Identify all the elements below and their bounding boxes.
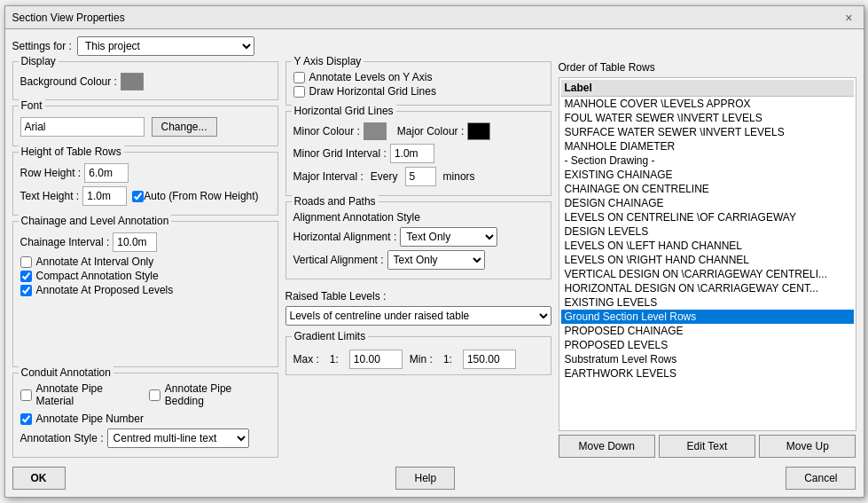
pipe-number-checkbox[interactable] bbox=[20, 413, 32, 425]
background-colour-swatch[interactable] bbox=[121, 73, 144, 90]
move-up-button[interactable]: Move Up bbox=[759, 435, 856, 458]
table-row[interactable]: DESIGN CHAINAGE bbox=[561, 196, 854, 210]
major-interval-input[interactable]: 5 bbox=[405, 167, 436, 186]
conduit-annotation-section: Conduit Annotation Annotate Pipe Materia… bbox=[12, 373, 278, 458]
table-row[interactable]: Ground Section Level Rows bbox=[561, 310, 854, 324]
colours-row: Minor Colour : Major Colour : bbox=[293, 122, 543, 140]
pipe-bedding-checkbox[interactable] bbox=[149, 389, 160, 401]
annotation-style-select[interactable]: Centred multi-line text Single line text bbox=[107, 428, 249, 448]
horizontal-grid-section: Horizontal Grid Lines Minor Colour : Maj… bbox=[285, 111, 551, 196]
conduit-section-title: Conduit Annotation bbox=[19, 366, 113, 379]
annotate-proposed-checkbox[interactable] bbox=[20, 285, 32, 296]
horizontal-alignment-select[interactable]: Text Only Symbol Only Text and Symbol bbox=[400, 227, 497, 247]
compact-annotation-label: Compact Annotation Style bbox=[36, 270, 159, 282]
close-button[interactable]: × bbox=[841, 11, 856, 25]
left-panel: Display Background Colour : Font Arial C… bbox=[12, 61, 278, 458]
draw-horizontal-label: Draw Horizontal Grid Lines bbox=[309, 85, 436, 98]
table-row[interactable]: EXISTING CHAINAGE bbox=[561, 168, 854, 182]
gradient-limits-title: Gradient Limits bbox=[292, 330, 369, 342]
main-area: Display Background Colour : Font Arial C… bbox=[12, 61, 856, 458]
section-view-properties-dialog: Section View Properties × Settings for :… bbox=[4, 5, 864, 498]
table-row[interactable]: LEVELS ON \LEFT HAND CHANNEL bbox=[561, 239, 854, 253]
annotate-levels-label: Annotate Levels on Y Axis bbox=[309, 71, 433, 83]
minor-colour-label: Minor Colour : bbox=[293, 125, 360, 138]
pipe-material-checkbox[interactable] bbox=[20, 389, 32, 401]
settings-for-row: Settings for : This project bbox=[12, 36, 856, 56]
table-row[interactable]: PROPOSED LEVELS bbox=[561, 338, 854, 352]
draw-horizontal-checkbox[interactable] bbox=[293, 86, 305, 98]
major-colour-swatch[interactable] bbox=[467, 122, 490, 140]
max-input[interactable]: 10.00 bbox=[349, 350, 403, 369]
table-row[interactable]: EXISTING LEVELS bbox=[561, 295, 854, 310]
font-section-title: Font bbox=[19, 99, 45, 112]
minor-grid-interval-input[interactable]: 1.0m bbox=[390, 144, 434, 163]
min-input[interactable]: 150.00 bbox=[463, 350, 516, 369]
dialog-title: Section View Properties bbox=[12, 12, 125, 24]
settings-for-select[interactable]: This project bbox=[77, 36, 254, 56]
annotation-style-row: Annotation Style : Centred multi-line te… bbox=[20, 428, 270, 448]
edit-text-button[interactable]: Edit Text bbox=[659, 435, 755, 458]
table-row[interactable]: MANHOLE DIAMETER bbox=[561, 139, 854, 153]
ok-button[interactable]: OK bbox=[12, 467, 66, 490]
table-row[interactable]: DESIGN LEVELS bbox=[561, 224, 854, 239]
background-colour-label: Background Colour : bbox=[20, 75, 117, 88]
font-row: Arial Change... bbox=[20, 117, 270, 137]
settings-for-label: Settings for : bbox=[12, 40, 72, 52]
alignment-annotation-style-label: Alignment Annotation Style bbox=[293, 211, 543, 224]
table-row[interactable]: SURFACE WATER SEWER \INVERT LEVELS bbox=[561, 125, 854, 139]
row-height-input[interactable]: 6.0m bbox=[84, 163, 129, 183]
raised-table-select[interactable]: Levels of centreline under raised table … bbox=[285, 306, 551, 326]
roads-paths-section: Roads and Paths Alignment Annotation Sty… bbox=[285, 201, 551, 279]
table-row[interactable]: LEVELS ON CENTRELINE \OF CARRIAGEWAY bbox=[561, 210, 854, 224]
dialog-body: Settings for : This project Display Back… bbox=[5, 29, 864, 497]
annotate-proposed-label: Annotate At Proposed Levels bbox=[36, 284, 174, 296]
help-button[interactable]: Help bbox=[395, 467, 455, 490]
text-height-row: Text Height : 1.0m Auto (From Row Height… bbox=[20, 186, 270, 206]
table-row[interactable]: HORIZONTAL DESIGN ON \CARRIAGEWAY CENT..… bbox=[561, 281, 854, 295]
pipe-bedding-row: Annotate Pipe Bedding bbox=[149, 382, 270, 407]
display-section: Display Background Colour : bbox=[12, 61, 278, 100]
chainage-interval-label: Chainage Interval : bbox=[20, 236, 110, 248]
chainage-interval-input[interactable]: 10.0m bbox=[113, 232, 157, 252]
compact-annotation-checkbox[interactable] bbox=[20, 271, 32, 282]
annotate-interval-checkbox[interactable] bbox=[20, 256, 32, 268]
table-row[interactable]: EARTHWORK LEVELS bbox=[561, 366, 854, 381]
order-table-box[interactable]: Label MANHOLE COVER \LEVELS APPROX FOUL … bbox=[559, 77, 856, 431]
major-colour-label: Major Colour : bbox=[397, 125, 464, 138]
horizontal-alignment-label: Horizontal Alignment : bbox=[293, 231, 397, 243]
text-height-input[interactable]: 1.0m bbox=[82, 186, 127, 206]
move-down-button[interactable]: Move Down bbox=[559, 435, 655, 458]
chainage-interval-row: Chainage Interval : 10.0m bbox=[20, 232, 270, 252]
right-panel: Order of Table Rows Label MANHOLE COVER … bbox=[559, 61, 856, 458]
titlebar: Section View Properties × bbox=[5, 6, 864, 29]
minor-grid-interval-label: Minor Grid Interval : bbox=[293, 147, 387, 160]
order-title: Order of Table Rows bbox=[559, 61, 856, 74]
table-row[interactable]: Substratum Level Rows bbox=[561, 352, 854, 366]
table-row[interactable]: - Section Drawing - bbox=[561, 153, 854, 168]
table-row[interactable]: CHAINAGE ON CENTRELINE bbox=[561, 182, 854, 196]
auto-checkbox[interactable] bbox=[132, 191, 144, 202]
gradient-row: Max : 1: 10.00 Min : 1: 150.00 bbox=[293, 350, 543, 369]
table-row[interactable]: MANHOLE COVER \LEVELS APPROX bbox=[561, 97, 854, 111]
table-row[interactable]: LEVELS ON \RIGHT HAND CHANNEL bbox=[561, 253, 854, 267]
center-panel: Y Axis Display Annotate Levels on Y Axis… bbox=[285, 61, 551, 458]
font-name-input[interactable]: Arial bbox=[20, 117, 145, 137]
pipe-material-row: Annotate Pipe Material bbox=[20, 382, 140, 407]
pipe-number-label: Annotate Pipe Number bbox=[36, 413, 144, 425]
chainage-section-title: Chainage and Level Annotation bbox=[19, 215, 172, 227]
y-axis-title: Y Axis Display bbox=[292, 55, 364, 67]
order-table-header: Label bbox=[561, 80, 854, 97]
annotate-levels-checkbox[interactable] bbox=[293, 72, 305, 83]
y-axis-section: Y Axis Display Annotate Levels on Y Axis… bbox=[285, 61, 551, 106]
pipe-number-row: Annotate Pipe Number bbox=[20, 413, 270, 425]
change-font-button[interactable]: Change... bbox=[152, 117, 217, 137]
major-interval-label: Major Interval : bbox=[293, 170, 364, 183]
vertical-alignment-select[interactable]: Text Only Symbol Only Text and Symbol bbox=[387, 250, 485, 270]
table-row[interactable]: PROPOSED CHAINAGE bbox=[561, 324, 854, 338]
table-row[interactable]: VERTICAL DESIGN ON \CARRIAGEWAY CENTRELI… bbox=[561, 267, 854, 281]
table-row[interactable]: FOUL WATER SEWER \INVERT LEVELS bbox=[561, 111, 854, 125]
minor-colour-swatch[interactable] bbox=[364, 122, 387, 140]
cancel-button[interactable]: Cancel bbox=[786, 467, 856, 490]
max-label: Max : bbox=[293, 353, 319, 365]
major-interval-row: Major Interval : Every 5 minors bbox=[293, 167, 543, 186]
